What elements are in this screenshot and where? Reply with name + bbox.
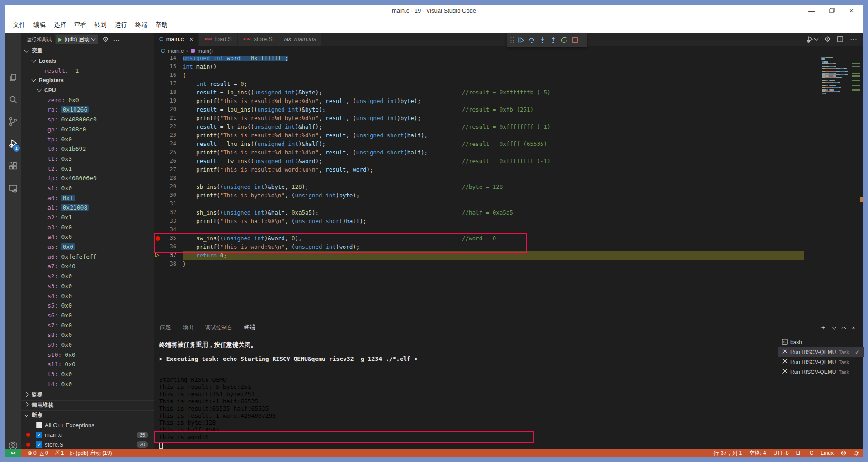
breakpoint-row-exceptions[interactable]: All C++ Exceptions — [21, 420, 154, 430]
terminal-list-item-3[interactable]: Run RISCV-QEMUTask — [778, 367, 864, 377]
register-row-a2[interactable]: a2:0x1 — [21, 213, 154, 223]
maximize-panel-icon[interactable] — [841, 327, 846, 331]
restart-button[interactable] — [559, 34, 570, 46]
register-row-t0[interactable]: t0:0x1b692 — [21, 144, 154, 154]
more-actions-icon[interactable]: ··· — [113, 36, 120, 43]
extensions-icon[interactable] — [5, 156, 21, 176]
stop-button[interactable] — [570, 34, 580, 46]
more-actions-icon[interactable]: ··· — [850, 35, 857, 43]
code-line-30[interactable]: 30 printf("This is byte:%d\n", (unsigned… — [154, 191, 863, 200]
search-icon[interactable] — [5, 89, 21, 109]
code-line-31[interactable]: 31 — [154, 200, 863, 208]
tree-item-registers[interactable]: Registers — [21, 75, 154, 85]
settings-icon[interactable]: ⚙1 — [5, 456, 21, 462]
register-row-s10[interactable]: s10:0x0 — [21, 350, 154, 359]
tab-main.ins[interactable]: TeXmain.ins — [278, 33, 322, 46]
code-line-17[interactable]: 17 int result = 0; — [154, 79, 863, 88]
notifications-bell-icon[interactable] — [854, 450, 859, 456]
run-and-debug-icon[interactable]: 1 — [5, 134, 21, 154]
encoding[interactable]: UTF-8 — [774, 450, 789, 456]
register-row-fp[interactable]: fp:0x408006e0 — [21, 173, 154, 183]
toolbar-drag-grip[interactable] — [510, 36, 514, 44]
code-line-38[interactable]: 38} — [154, 260, 863, 268]
minimize-button[interactable]: — — [805, 6, 818, 15]
code-line-28[interactable]: 28 — [154, 174, 863, 182]
gear-icon[interactable]: ⚙ — [824, 35, 830, 44]
language-mode[interactable]: C — [810, 450, 814, 456]
terminal-list-item-1[interactable]: Run RISCV-QEMUTask✓ — [778, 347, 864, 357]
exceptions-checkbox[interactable] — [36, 422, 42, 428]
tab-main.c[interactable]: Cmain.c× — [154, 33, 199, 46]
terminal-list-item-0[interactable]: bash — [778, 337, 864, 347]
feedback-icon[interactable] — [841, 450, 846, 456]
breakpoint-row-main.c[interactable]: ✓main.c35 — [21, 430, 154, 440]
close-panel-icon[interactable]: × — [852, 324, 855, 331]
debug-settings-gear-icon[interactable]: ⚙ — [103, 35, 108, 44]
tab-load.S[interactable]: ASMload.S — [199, 33, 238, 46]
tree-item-locals[interactable]: Locals — [21, 56, 154, 66]
menu-item-3[interactable]: 查看 — [70, 19, 90, 30]
register-row-ra[interactable]: ra:0x10266 — [21, 105, 154, 115]
register-row-s2[interactable]: s2:0x0 — [21, 271, 154, 281]
menu-item-2[interactable]: 选择 — [50, 19, 70, 30]
terminal-list-item-2[interactable]: Run RISCV-QEMUTask — [778, 357, 864, 367]
breakpoint-checkbox[interactable]: ✓ — [36, 432, 42, 438]
problems-status[interactable]: ⊗0 △0 — [28, 450, 48, 456]
menu-item-5[interactable]: 运行 — [111, 19, 131, 30]
tasks-status[interactable]: 1 — [55, 450, 64, 456]
code-line-24[interactable]: 24 result = lhu_ins((unsigned int)&half)… — [154, 140, 863, 148]
restore-button[interactable] — [825, 6, 839, 15]
register-row-a0[interactable]: a0:0xf — [21, 193, 154, 203]
remote-explorer-icon[interactable] — [5, 178, 21, 198]
menu-item-0[interactable]: 文件 — [9, 19, 29, 30]
cursor-position[interactable]: 行 37，列 1 — [714, 449, 742, 457]
breadcrumb-file[interactable]: main.c — [168, 48, 184, 54]
code-line-29[interactable]: 29 sb_ins((unsigned int)&byte, 128);//by… — [154, 182, 863, 191]
split-editor-icon[interactable] — [837, 36, 844, 42]
register-row-t3[interactable]: t3:0x0 — [21, 369, 154, 379]
code-line-18[interactable]: 18 result = lb_ins((unsigned int)&byte);… — [154, 88, 863, 97]
menu-item-1[interactable]: 编辑 — [29, 19, 50, 30]
step-into-button[interactable] — [537, 34, 548, 46]
code-line-23[interactable]: 23 printf("This is result:%d half:%d\n",… — [154, 131, 863, 140]
remote-indicator[interactable]: >< — [5, 449, 21, 457]
section-header-watch[interactable]: 监视 — [21, 390, 154, 400]
os-indicator[interactable]: Linux — [821, 450, 834, 456]
code-line-15[interactable]: 15int main() — [154, 62, 863, 71]
code-line-32[interactable]: 32 sh_ins((unsigned int)&half, 0xa5a5);/… — [154, 208, 863, 217]
indentation[interactable]: 空格: 4 — [749, 449, 766, 457]
section-header-breakpoints[interactable]: 断点 — [21, 410, 154, 420]
section-header-variables[interactable]: 变量 — [21, 46, 154, 56]
register-row-s4[interactable]: s4:0x0 — [21, 291, 154, 301]
tab-store.S[interactable]: ASMstore.S — [238, 33, 278, 46]
register-row-t2[interactable]: t2:0x1 — [21, 163, 154, 173]
code-editor[interactable]: 14unsigned int word = 0xffffffff;15int m… — [154, 56, 863, 321]
register-row-s7[interactable]: s7:0x0 — [21, 320, 154, 330]
register-row-tp[interactable]: tp:0x0 — [21, 134, 154, 144]
menu-item-6[interactable]: 终端 — [131, 19, 151, 30]
code-line-26[interactable]: 26 result = lw_ins((unsigned int)&word);… — [154, 157, 863, 165]
terminal-dropdown-icon[interactable] — [832, 325, 836, 330]
source-control-icon[interactable] — [5, 112, 21, 131]
continue-button[interactable] — [515, 34, 526, 46]
register-row-a7[interactable]: a7:0x40 — [21, 261, 154, 271]
register-row-s9[interactable]: s9:0x0 — [21, 340, 154, 350]
register-row-s5[interactable]: s5:0x0 — [21, 301, 154, 311]
code-line-25[interactable]: 25 printf("This is result:%d half:%d\n",… — [154, 148, 863, 157]
code-line-33[interactable]: 33 printf("This is half:%X\n", (unsigned… — [154, 217, 863, 225]
menu-item-4[interactable]: 转到 — [90, 19, 111, 30]
step-out-button[interactable] — [548, 34, 559, 46]
code-line-19[interactable]: 19 printf("This is result:%d byte:%d\n",… — [154, 97, 863, 105]
code-line-14[interactable]: 14unsigned int word = 0xffffffff; — [154, 56, 863, 62]
register-row-a4[interactable]: a4:0x0 — [21, 232, 154, 242]
breakpoint-checkbox[interactable]: ✓ — [36, 441, 42, 448]
code-line-21[interactable]: 21 printf("This is result:%d byte:%d\n",… — [154, 114, 863, 122]
eol[interactable]: LF — [796, 450, 802, 456]
register-row-a1[interactable]: a1:0x21008 — [21, 203, 154, 213]
panel-tab-终端[interactable]: 终端 — [244, 323, 255, 333]
start-debug-icon[interactable]: ▶ — [58, 37, 62, 42]
register-row-s3[interactable]: s3:0x0 — [21, 281, 154, 291]
explorer-icon[interactable] — [5, 68, 21, 88]
menu-item-7[interactable]: 帮助 — [151, 19, 172, 30]
register-row-sp[interactable]: sp:0x408006c0 — [21, 115, 154, 125]
